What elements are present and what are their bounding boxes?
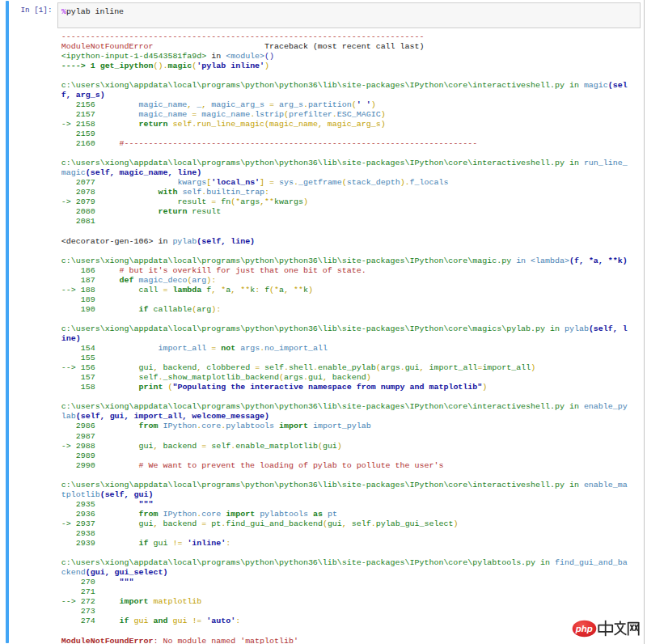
svg-text:php: php bbox=[575, 624, 593, 633]
